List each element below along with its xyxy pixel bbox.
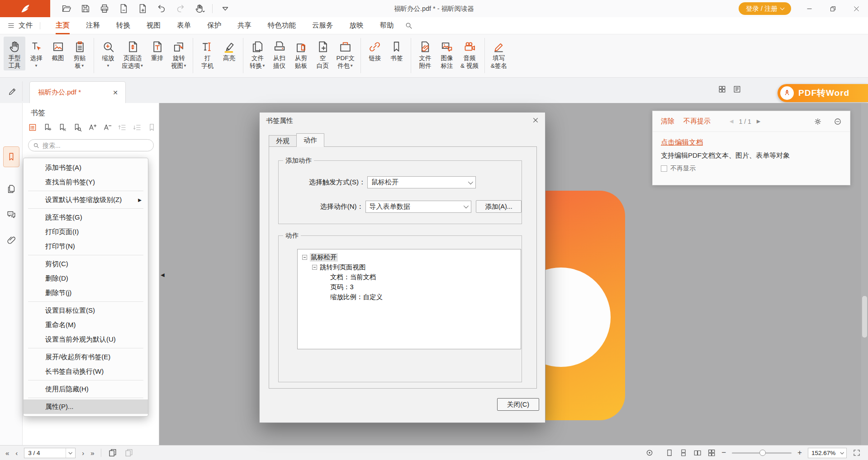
ribbon-rotate-view-button[interactable]: 旋转视图▼: [168, 37, 190, 70]
action-select[interactable]: 导入表单数据: [365, 201, 472, 213]
customize-toolbar-icon[interactable]: [219, 2, 232, 15]
menu-主页[interactable]: 主页: [47, 17, 78, 34]
menu-帮助[interactable]: 帮助: [372, 17, 402, 34]
comments-panel-icon[interactable]: [3, 205, 19, 223]
tree-node[interactable]: 跳转到页面视图: [298, 262, 521, 272]
ribbon-image-annotation-button[interactable]: 图像标注: [436, 37, 458, 70]
close-dialog-button[interactable]: 关闭(C): [497, 398, 539, 411]
page-add-icon[interactable]: [136, 2, 149, 15]
zoom-slider-knob[interactable]: [759, 450, 766, 456]
first-page-icon[interactable]: «: [5, 450, 9, 456]
add-action-button[interactable]: 添加(A)...: [476, 200, 522, 213]
collapse-panel-icon[interactable]: [834, 117, 842, 126]
font-decrease-icon[interactable]: [102, 122, 113, 133]
continuous-facing-icon[interactable]: [707, 449, 716, 457]
read-view-icon[interactable]: [733, 85, 741, 94]
view-mode-icon[interactable]: [645, 449, 654, 457]
search-icon[interactable]: [405, 22, 413, 29]
dont-show-checkbox[interactable]: [661, 165, 667, 172]
ribbon-zoom-button[interactable]: 缩放▼: [97, 37, 119, 70]
collapse-expander-icon[interactable]: [312, 265, 317, 270]
ribbon-pdf-portfolio-button[interactable]: PDF文件包▼: [333, 37, 357, 70]
save-icon[interactable]: [79, 2, 92, 15]
context-menu-item[interactable]: 长书签自动换行(W): [24, 364, 148, 379]
move-down-icon[interactable]: [132, 122, 142, 133]
pager-prev-icon[interactable]: ◀: [730, 118, 733, 124]
bookmark-search-box[interactable]: [28, 139, 154, 151]
context-menu-item[interactable]: 重命名(M): [24, 318, 148, 332]
undo-icon[interactable]: [155, 2, 168, 15]
ribbon-blank-page-button[interactable]: 空白页: [312, 37, 333, 70]
panel-list-icon[interactable]: [27, 122, 38, 133]
zoom-in-icon[interactable]: +: [797, 448, 802, 457]
context-menu-item[interactable]: 添加书签(A): [24, 160, 148, 175]
context-menu-item[interactable]: 设置目标位置(S): [24, 303, 148, 318]
continuous-page-icon[interactable]: [679, 449, 688, 457]
tab-appearance[interactable]: 外观: [269, 135, 297, 147]
tab-close-icon[interactable]: ✕: [111, 89, 120, 96]
ribbon-bookmark-button[interactable]: 书签: [386, 37, 408, 63]
fullscreen-icon[interactable]: [853, 449, 861, 457]
context-menu-item[interactable]: 打印页面(I): [24, 225, 148, 239]
page-dropdown-icon[interactable]: [66, 448, 71, 458]
last-page-icon[interactable]: »: [90, 450, 94, 456]
font-increase-icon[interactable]: [87, 122, 98, 133]
zoom-level-box[interactable]: 152.67%: [808, 448, 847, 458]
ribbon-reflow-button[interactable]: 重排: [146, 37, 168, 63]
tree-node[interactable]: 缩放比例：自定义: [298, 292, 521, 302]
context-menu-item[interactable]: 剪切(C): [24, 257, 148, 271]
menu-特色功能[interactable]: 特色功能: [260, 17, 304, 34]
menu-云服务[interactable]: 云服务: [304, 17, 342, 34]
menu-file[interactable]: 文件: [7, 21, 33, 30]
ribbon-select-tool-button[interactable]: 选择▼: [25, 37, 47, 70]
context-menu-item[interactable]: 展开/收起所有书签(E): [24, 350, 148, 364]
bookmarks-panel-icon[interactable]: [3, 146, 19, 167]
trigger-select[interactable]: 鼠标松开: [367, 176, 476, 188]
ribbon-fill-sign-button[interactable]: 填写&签名: [488, 37, 510, 70]
ribbon-highlight-button[interactable]: 高亮: [218, 37, 240, 63]
context-menu-item[interactable]: 设置当前外观为默认(U): [24, 332, 148, 347]
bookmark-add-icon[interactable]: [42, 122, 53, 133]
context-menu-item[interactable]: 打印节(N): [24, 239, 148, 253]
menu-注释[interactable]: 注释: [78, 17, 108, 34]
move-up-icon[interactable]: [117, 122, 128, 133]
next-page-icon[interactable]: ›: [82, 450, 84, 456]
single-page-icon[interactable]: [665, 449, 674, 457]
ribbon-file-attachment-button[interactable]: 文件附件: [414, 37, 436, 70]
pages-panel-icon[interactable]: [3, 180, 19, 198]
ribbon-link-button[interactable]: 链接: [364, 37, 386, 63]
hand-quick-icon[interactable]: [193, 2, 206, 15]
restore-button[interactable]: [821, 0, 844, 17]
ribbon-hand-tool-button[interactable]: 手型工具: [4, 37, 25, 70]
minimize-button[interactable]: [797, 0, 821, 17]
bookmark-delete-icon[interactable]: [57, 122, 68, 133]
tree-node[interactable]: 鼠标松开: [298, 252, 521, 262]
gear-icon[interactable]: [814, 117, 822, 126]
vertical-scrollbar[interactable]: [861, 103, 868, 445]
menu-表单[interactable]: 表单: [169, 17, 199, 34]
zoom-out-icon[interactable]: −: [721, 448, 726, 457]
ribbon-audio-video-button[interactable]: 音频& 视频: [458, 37, 481, 70]
login-register-button[interactable]: 登录 / 注册: [739, 2, 791, 15]
ribbon-page-fit-options-button[interactable]: 页面适应选项▼: [119, 37, 146, 70]
pager-next-icon[interactable]: ▶: [757, 118, 760, 124]
redo-icon[interactable]: [174, 2, 187, 15]
context-menu-item[interactable]: 跳至书签(G): [24, 210, 148, 225]
edit-document-link[interactable]: 点击编辑文档: [661, 138, 842, 147]
zoom-slider[interactable]: [732, 452, 792, 454]
clear-link[interactable]: 清除: [661, 117, 674, 126]
menu-视图[interactable]: 视图: [138, 17, 169, 34]
close-button[interactable]: [844, 0, 868, 17]
page-delete-icon[interactable]: [117, 2, 130, 15]
tab-actions[interactable]: 动作: [296, 133, 324, 147]
context-menu-item[interactable]: 设置默认书签缩放级别(Z)▶: [24, 192, 148, 207]
ribbon-typewriter-button[interactable]: 打字机: [196, 37, 218, 70]
next-view-icon[interactable]: [124, 448, 134, 458]
ribbon-snapshot-button[interactable]: 截图: [47, 37, 69, 63]
context-menu-item[interactable]: 删除节(j): [24, 286, 148, 300]
context-menu-item[interactable]: 使用后隐藏(H): [24, 382, 148, 396]
open-icon[interactable]: [60, 2, 73, 15]
ribbon-file-convert-button[interactable]: 文件转换▼: [247, 37, 268, 70]
print-icon[interactable]: [98, 2, 111, 15]
tree-node[interactable]: 页码：3: [298, 282, 521, 292]
